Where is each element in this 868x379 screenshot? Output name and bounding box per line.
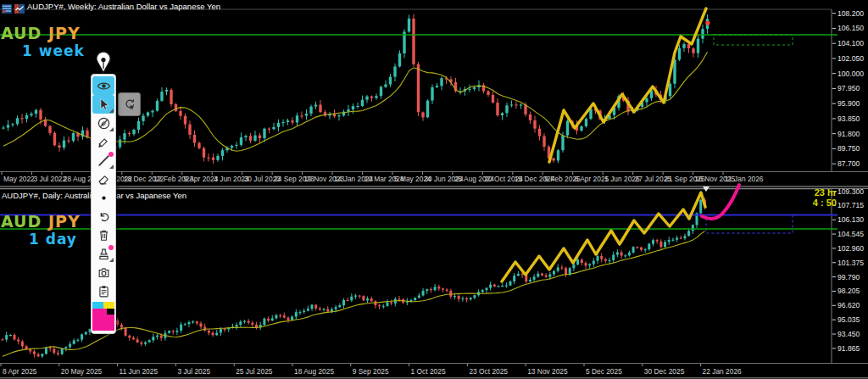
color-badge-dot	[108, 152, 114, 157]
flyout-corner-indicator	[109, 164, 114, 169]
price-tick-label: 106.150	[837, 24, 864, 32]
color-swatches[interactable]	[92, 302, 114, 331]
highlighter-icon	[97, 135, 111, 149]
price-tick-label: 102.960	[837, 244, 864, 253]
flyout-corner-indicator	[109, 258, 114, 262]
trash-icon	[97, 228, 111, 242]
price-tick-label: 98.205	[837, 287, 860, 295]
swatch-cyan[interactable]	[92, 302, 103, 309]
price-tick-label: 107.715	[837, 201, 864, 209]
eye-icon	[97, 79, 111, 93]
toolbar-line-button[interactable]	[92, 151, 114, 170]
price-tick-label: 100.000	[837, 70, 864, 78]
weekly-chart-title-bar: AUDJPY#, Weekly: Australian Dollar vs Ja…	[2, 1, 220, 11]
annotation-weekly-timeframe: 1 week	[22, 42, 85, 59]
pen-disabled-icon	[97, 116, 111, 131]
toolbar-screenshot-button[interactable]	[92, 263, 114, 281]
date-tick-label: 3 Jul 2025	[177, 367, 210, 376]
price-tick-label: 101.375	[837, 259, 864, 267]
chart-window-icon[interactable]	[14, 2, 25, 11]
price-tick-label: 108.200	[837, 9, 864, 18]
toolbar-eraser-button[interactable]	[92, 170, 114, 188]
annotation-weekly-jpy: JPY	[48, 24, 81, 42]
annotation-daily-pair-label: AUD JPY	[1, 212, 81, 231]
weekly-chart-title: AUDJPY#, Weekly: Australian Dollar vs Ja…	[27, 2, 220, 11]
date-tick-label: May 2022	[3, 175, 35, 183]
toolbar-clipboard-button[interactable]	[92, 281, 114, 300]
price-tick-label: 87.700	[837, 159, 860, 168]
price-tick-label: 99.790	[837, 273, 860, 281]
cursor-icon	[97, 98, 111, 112]
flyout-corner-indicator	[109, 109, 114, 113]
flyout-corner-indicator	[109, 127, 114, 131]
date-tick-label: 18 Aug 2025	[294, 367, 334, 376]
date-tick-label: 13 Nov 2025	[527, 367, 568, 376]
date-tick-label: 1 Oct 2025	[411, 367, 446, 376]
toolbar-select-button[interactable]	[92, 95, 114, 114]
price-tick-label: 95.035	[837, 315, 860, 324]
mt4-workspace: 108.200106.150104.100102.050100.00097.95…	[0, 0, 868, 379]
toolbar-undo-button[interactable]	[92, 207, 114, 226]
annotation-daily-aud: AUD	[1, 212, 42, 231]
price-tick-label: 93.850	[837, 114, 860, 123]
date-tick-label: 9 Sep 2025	[353, 367, 389, 376]
price-tick-label: 91.800	[837, 130, 860, 138]
date-tick-label: 11 Jan 2026	[725, 175, 764, 183]
price-tick-label: 95.900	[837, 99, 860, 108]
clipboard-icon	[97, 284, 111, 298]
date-tick-label: 23 Oct 2025	[469, 367, 508, 376]
date-tick-label: 30 Dec 2025	[644, 367, 685, 376]
annotation-weekly-pair-label: AUD JPY	[1, 24, 81, 42]
annotation-daily-jpy: JPY	[48, 212, 81, 231]
toolbar-clear-button[interactable]	[92, 226, 114, 244]
toolbar-pen-off-button[interactable]	[92, 114, 114, 132]
toolbar-shapes-button[interactable]	[92, 244, 114, 263]
date-tick-label: 8 Apr 2025	[3, 367, 37, 376]
date-tick-label: 3 Jul 2022	[33, 175, 66, 183]
price-tick-label: 104.100	[837, 39, 864, 47]
price-tick-label: 91.865	[837, 344, 860, 353]
rotate-cursor-icon	[123, 98, 136, 111]
price-tick-label: 104.545	[837, 230, 864, 238]
undo-icon	[97, 209, 111, 224]
date-tick-label: 5 Dec 2025	[586, 367, 622, 376]
daily-chart-area[interactable]: 109.300107.715106.130104.545102.960101.3…	[0, 187, 868, 376]
price-tick-label: 102.050	[837, 54, 864, 63]
pen-nib-cursor-icon[interactable]	[92, 48, 114, 77]
camera-icon	[97, 265, 111, 280]
toolbar-visibility-button[interactable]	[92, 76, 114, 95]
daily-range-box[interactable]	[706, 215, 793, 234]
price-tick-label: 96.620	[837, 301, 860, 309]
countdown-minutes: 4 : 50	[752, 198, 837, 209]
chart-list-icon[interactable]	[2, 2, 12, 11]
epic-pen-toolbar[interactable]	[91, 74, 116, 334]
weekly-range-box[interactable]	[714, 35, 793, 45]
price-tick-label: 106.130	[837, 215, 864, 224]
date-tick-label: 22 Jan 2026	[703, 367, 742, 376]
dot-icon	[97, 191, 111, 205]
toolbar-highlighter-button[interactable]	[92, 132, 114, 151]
color-badge-dot	[108, 245, 114, 250]
select-flyout-popup[interactable]	[118, 92, 141, 116]
annotation-daily-timeframe: 1 day	[29, 231, 77, 248]
toolbar-dot-button[interactable]	[92, 188, 114, 207]
price-tick-label: 97.950	[837, 84, 860, 92]
price-tick-label: 89.750	[837, 144, 860, 153]
annotation-weekly-aud: AUD	[1, 24, 42, 42]
swatch-yellow[interactable]	[103, 302, 114, 309]
date-tick-label: 25 Jul 2025	[236, 367, 273, 376]
swatch-black[interactable]	[107, 309, 115, 315]
date-tick-label: 11 Jun 2025	[120, 367, 159, 376]
date-tick-label: 20 May 2025	[61, 367, 103, 376]
price-tick-label: 93.450	[837, 330, 860, 338]
countdown-hours: 23 hr	[752, 188, 837, 198]
eraser-icon	[97, 172, 111, 187]
candle-countdown-timer: 23 hr 4 : 50	[752, 188, 837, 208]
